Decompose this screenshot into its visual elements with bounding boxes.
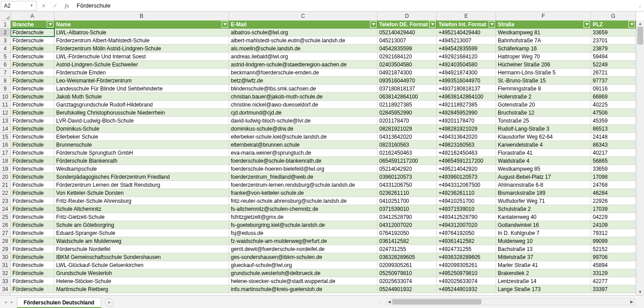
row-header[interactable]: 13: [0, 117, 10, 125]
cell[interactable]: +494921874300: [437, 69, 496, 77]
cell[interactable]: cjd.dortmund@cjd.de: [229, 109, 377, 117]
cell[interactable]: Mittelstraße 37: [496, 253, 591, 261]
row-header[interactable]: 8: [0, 77, 10, 85]
cell[interactable]: Westkampweg 85: [496, 165, 591, 173]
cell[interactable]: 99099: [591, 237, 636, 245]
cell[interactable]: Förderschule: [11, 221, 54, 229]
cell[interactable]: fritz-reuter-schule.ahrensburg@schule.la…: [229, 197, 377, 205]
row-header[interactable]: 14: [0, 125, 10, 133]
cell[interactable]: Sonderpädagogisches Förderzentrum Friedl…: [54, 173, 229, 181]
cell[interactable]: Schäferkamp 16: [496, 45, 591, 53]
row-header[interactable]: 23: [0, 197, 10, 205]
row-header[interactable]: 17: [0, 149, 10, 157]
cell[interactable]: Karwendelstraße 4: [496, 141, 591, 149]
row-header[interactable]: 18: [0, 157, 10, 165]
cell[interactable]: 0236261110: [377, 189, 437, 197]
cell[interactable]: Förderschule: [11, 29, 54, 37]
cell[interactable]: fs-goeteborgring.kiel@schule.landsh.de: [229, 221, 377, 229]
cell[interactable]: St.-Bruno-Straße 15: [496, 77, 591, 85]
cell[interactable]: Förderschule: [11, 109, 54, 117]
cell[interactable]: glueckauf-schule@lwl.org: [229, 261, 377, 269]
column-header-cell[interactable]: E-Mail: [229, 21, 377, 29]
first-sheet-icon[interactable]: ◂: [3, 300, 8, 304]
cell[interactable]: Flemmingstraße 8: [496, 85, 591, 93]
row-header[interactable]: 6: [0, 61, 10, 69]
cell[interactable]: 02162450463: [377, 149, 437, 157]
cell[interactable]: 04229: [591, 213, 636, 221]
row-header[interactable]: 32: [0, 269, 10, 277]
cell[interactable]: Lange Straße 173: [496, 285, 591, 293]
cell[interactable]: Förderschule: [11, 125, 54, 133]
cell[interactable]: Florastraße 41: [496, 149, 591, 157]
filter-dropdown-icon[interactable]: [222, 21, 228, 28]
cell[interactable]: blindenschule@lbs.smk.sachsen.de: [229, 85, 377, 93]
cell[interactable]: +492099305261: [437, 261, 496, 269]
column-header-cell[interactable]: Branche: [11, 21, 54, 29]
cell[interactable]: Förderschule: [11, 269, 54, 277]
cell[interactable]: 40217: [591, 149, 636, 157]
cell[interactable]: +49410251700: [437, 197, 496, 205]
cell[interactable]: 23701: [591, 37, 636, 45]
cell[interactable]: Förderschule: [11, 205, 54, 213]
cell[interactable]: +49371539010: [437, 205, 496, 213]
cell[interactable]: Hüchelner Straße 206: [496, 61, 591, 69]
cell[interactable]: LVR-David-Ludwig-Bloch-Schule: [54, 117, 229, 125]
cell[interactable]: Förderschule: [11, 37, 54, 45]
cell[interactable]: +4945213007: [437, 37, 496, 45]
cell[interactable]: Schule am Göteborgring: [54, 221, 229, 229]
row-header[interactable]: 31: [0, 261, 10, 269]
row-header[interactable]: 30: [0, 253, 10, 261]
row-header[interactable]: 4: [0, 45, 10, 53]
cell[interactable]: 0371539010: [377, 205, 437, 213]
cell[interactable]: albert-mahlstedt-schule.eutin@schule.lan…: [229, 37, 377, 45]
cell[interactable]: 0361412582: [377, 237, 437, 245]
row-header[interactable]: 5: [0, 53, 10, 61]
formula-input[interactable]: [74, 1, 636, 11]
cell[interactable]: LWL-Förderschule Und Internat Soest: [54, 53, 229, 61]
cell[interactable]: +4936328289605: [437, 253, 496, 261]
cell[interactable]: +495250979810: [437, 269, 496, 277]
cell[interactable]: foerderschule-hoeren-bielefeld@lwl.org: [229, 165, 377, 173]
cell[interactable]: Förderschule: [11, 69, 54, 77]
cell[interactable]: christian.bauer@jakob-muth-schule.de: [229, 93, 377, 101]
cell[interactable]: Bahnhofstraße 7A: [496, 37, 591, 45]
column-header-cell[interactable]: Straße: [496, 21, 591, 29]
cell[interactable]: Förderschule: [11, 133, 54, 141]
cell[interactable]: fs-altchemnitz@schulen-chemnitz.de: [229, 205, 377, 213]
cell[interactable]: +4943312067500: [437, 181, 496, 189]
cell[interactable]: Wulfsdorfer Weg 71: [496, 197, 591, 205]
cell[interactable]: 036328289605: [377, 253, 437, 261]
cell[interactable]: 04331206750: [377, 181, 437, 189]
cell[interactable]: gerrit.dewit@foerderschule-nordeifel.de: [229, 245, 377, 253]
cell[interactable]: 04312007020: [377, 221, 437, 229]
cell[interactable]: 22926: [591, 197, 636, 205]
cell[interactable]: Förderschule: [11, 165, 54, 173]
row-header[interactable]: 26: [0, 221, 10, 229]
cell[interactable]: 52249: [591, 61, 636, 69]
sheet-tab-active[interactable]: Förderschulen Deutschland: [17, 297, 101, 308]
cell[interactable]: Westkampweg 81: [496, 29, 591, 37]
name-box[interactable]: A2 ▼: [1, 1, 37, 11]
cell[interactable]: Förderschule: [11, 245, 54, 253]
row-header[interactable]: 1: [0, 21, 10, 29]
cell[interactable]: foerderzentrum-lernen.rendsburg@schule.l…: [229, 181, 377, 189]
cell[interactable]: Eduard-Spranger-Schule: [54, 229, 229, 237]
cell[interactable]: 03960120573: [377, 173, 437, 181]
cell[interactable]: Förderschule: [11, 101, 54, 109]
cell[interactable]: Jakob Muth Schule: [54, 93, 229, 101]
cell[interactable]: 02921684120: [377, 53, 437, 61]
cell[interactable]: 56865: [591, 157, 636, 165]
cell[interactable]: 08281921029: [377, 125, 437, 133]
row-header[interactable]: 12: [0, 109, 10, 117]
cell[interactable]: Förderschule: [11, 157, 54, 165]
cell[interactable]: 0823160563: [377, 141, 437, 149]
cell[interactable]: +4993516044970: [437, 77, 496, 85]
cell[interactable]: Förderschule: [11, 141, 54, 149]
cell[interactable]: +49823160563: [437, 141, 496, 149]
cell[interactable]: +49638142864100: [437, 93, 496, 101]
cell[interactable]: +4924731255: [437, 245, 496, 253]
cell[interactable]: Förderzentrum Albert-Mahlstedt-Schule: [54, 37, 229, 45]
cell[interactable]: 33129: [591, 269, 636, 277]
cell[interactable]: 03412528790: [377, 213, 437, 221]
cell[interactable]: Gotenstraße 20: [496, 101, 591, 109]
